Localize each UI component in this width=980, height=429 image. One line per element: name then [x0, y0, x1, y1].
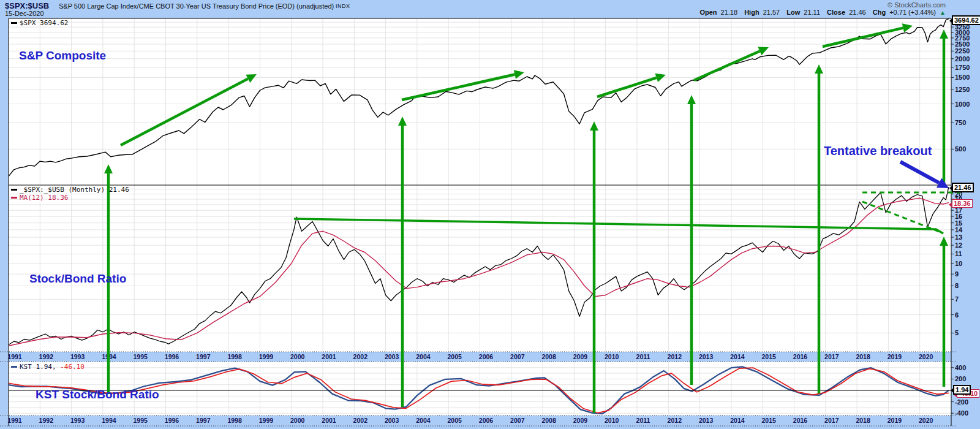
axis-tick-label: -400 [955, 409, 968, 417]
ohlc-quote-bar: Open 21.18 High 21.57 Low 21.11 Close 21… [699, 9, 946, 16]
year-label: 2010 [605, 353, 619, 360]
chart-description: S&P 500 Large Cap Index/CME CBOT 30-Year… [59, 2, 334, 10]
year-label: 2009 [573, 353, 588, 360]
year-label: 2014 [730, 353, 745, 360]
spx-legend-swatch-icon [11, 22, 17, 24]
close-value: 21.46 [849, 9, 866, 16]
axis-tick-label: 11 [955, 250, 962, 257]
axis-tick-label: 200 [955, 375, 966, 382]
year-label: 2013 [699, 353, 714, 360]
stockcharts-copyright: © StockCharts.com [888, 1, 946, 9]
spx-last-price-box: 3694.62 [952, 15, 980, 25]
kst-legend-label: KST 1.94, [20, 363, 56, 371]
axis-tick-label: 7 [955, 295, 959, 303]
open-label: Open [699, 9, 717, 16]
ratio-legend-swatch-icon [11, 189, 17, 191]
year-label: 2008 [541, 353, 556, 360]
year-label: 1995 [134, 353, 148, 360]
ma-legend-swatch-icon [11, 197, 17, 199]
axis-tick-label: 1750 [955, 64, 970, 71]
year-label: 2017 [824, 417, 839, 424]
kst-legend-swatch-icon [11, 366, 17, 368]
year-label: 2008 [541, 417, 556, 424]
year-label: 2012 [668, 353, 682, 360]
year-label: 2007 [510, 417, 525, 424]
year-label: 1992 [39, 417, 54, 424]
axis-tick-label: 400 [955, 364, 966, 371]
year-label: 2001 [322, 417, 336, 424]
open-value: 21.18 [721, 9, 738, 16]
axis-tick-label: 2500 [955, 40, 970, 48]
year-label: 1997 [196, 417, 211, 424]
close-label: Close [827, 9, 845, 16]
year-label: 2018 [856, 353, 870, 360]
year-label: 1996 [165, 417, 179, 424]
year-label: 2011 [636, 417, 650, 424]
kst-signal-legend-label: -46.10 [56, 363, 85, 371]
change-label: Chg [873, 9, 886, 16]
ma-last-value-box: 18.36 [952, 199, 973, 208]
exchange-label: INDX [336, 3, 350, 9]
sp-composite-annotation: S&P Composite [19, 49, 106, 63]
year-label: 2016 [793, 353, 808, 360]
year-label: 1993 [70, 417, 85, 424]
ratio-last-price-box: 21.46 [952, 183, 974, 192]
ma-legend-label: MA(12) 18.36 [20, 194, 68, 202]
tentative-breakout-annotation: Tentative breakout [824, 144, 932, 158]
change-value: +0.71 (+3.44%) [889, 9, 936, 16]
axis-tick-label: 750 [955, 119, 966, 126]
year-label: 2019 [888, 417, 902, 424]
axis-tick-label: 500 [955, 145, 966, 153]
year-label: 1997 [196, 353, 211, 360]
year-label: 2019 [888, 353, 902, 360]
low-value: 21.11 [804, 9, 820, 16]
kst-legend: KST 1.94, -46.10 [11, 363, 85, 371]
year-label: 2000 [290, 353, 305, 360]
year-label: 2020 [919, 417, 933, 424]
axis-tick-label: 8 [955, 282, 959, 289]
axis-tick-label: 14 [955, 226, 963, 233]
year-label: 2020 [919, 353, 933, 360]
year-label: 2015 [762, 353, 777, 360]
year-label: 2011 [636, 353, 650, 360]
year-label: 2006 [479, 353, 494, 360]
axis-tick-label: 9 [955, 270, 959, 278]
year-label: 2001 [322, 353, 336, 360]
chart-date: 15-Dec-2020 [5, 10, 44, 17]
year-label: 2012 [668, 417, 682, 424]
change-up-icon: ▲ [940, 9, 946, 16]
year-label: 1998 [227, 417, 242, 424]
axis-tick-label: 1000 [955, 101, 970, 108]
year-label: 1998 [227, 353, 242, 360]
year-label: 2002 [353, 353, 368, 360]
ma-legend: MA(12) 18.36 [11, 194, 68, 202]
axis-tick-label: -200 [955, 398, 968, 406]
axis-tick-label: 15 [955, 219, 962, 227]
year-label: 1993 [70, 353, 85, 360]
year-label: 2013 [699, 417, 714, 424]
stockcharts-chart-page: { "header": { "symbol": "$SPX:$USB", "de… [0, 0, 980, 429]
axis-tick-label: 10 [955, 260, 962, 267]
year-label: 2015 [762, 417, 777, 424]
year-label: 1991 [7, 353, 22, 360]
axis-tick-label: 1250 [955, 86, 970, 93]
high-value: 21.57 [763, 9, 780, 16]
axis-tick-label: 2250 [955, 47, 970, 55]
axis-tick-label: 5 [955, 329, 959, 336]
ratio-legend-label: _$SPX:_$USB (Monthly) 21.46 [20, 186, 129, 194]
year-label: 2006 [479, 417, 494, 424]
year-label: 2004 [416, 353, 431, 360]
year-label: 2002 [353, 417, 368, 424]
year-label: 1992 [39, 353, 54, 360]
year-label: 1996 [165, 353, 179, 360]
year-label: 2003 [385, 417, 399, 424]
axis-tick-label: 13 [955, 233, 962, 241]
low-label: Low [786, 9, 800, 16]
axis-tick-label: 2000 [955, 55, 970, 63]
stock-bond-ratio-annotation: Stock/Bond Ratio [29, 272, 126, 286]
year-label: 2007 [510, 353, 525, 360]
year-label: 2014 [730, 417, 745, 424]
year-label: 1994 [102, 417, 116, 424]
year-label: 1999 [259, 417, 274, 424]
year-label: 1995 [134, 417, 148, 424]
